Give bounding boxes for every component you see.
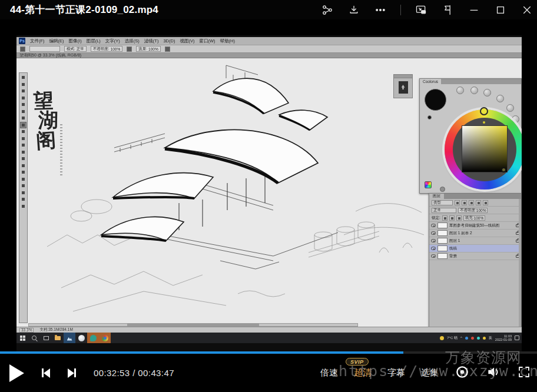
visibility-eye-icon [431,239,436,242]
picture-in-picture-icon[interactable] [415,4,427,16]
foreground-color-dot [427,115,432,119]
coolorus-option-icon [440,187,445,192]
minimize-icon[interactable] [468,4,480,16]
video-display-area[interactable]: Ps 文件(F) 编辑(E) 图像(I) 图层(L) 文字(Y) 选择(S) 滤… [16,35,522,351]
color-knob [470,87,478,94]
menu-edit: 编辑(E) [49,38,64,44]
floating-tool-panel [393,74,413,98]
hue-dot [483,121,485,124]
filter-smart-icon [483,200,488,205]
next-button[interactable] [68,368,76,378]
calligraphy-title: 望 湖 阁 [33,91,55,150]
layer-row: 图层 1 [429,237,521,245]
tray-app-icon [477,337,480,340]
layer-row: 背景 [429,253,521,260]
titlebar-separator [400,5,401,15]
move-tool-icon [21,75,26,80]
previous-button[interactable] [42,368,50,378]
blend-mode-row: 正常 不透明度:100% [429,207,521,214]
share-icon[interactable] [321,4,334,16]
layers-tab: 图层 [429,194,444,199]
coolorus-tab: Coolorus [420,79,441,84]
pressure-opacity-icon [127,46,132,52]
filter-shape-icon [476,200,481,205]
running-app-icon [87,333,99,343]
lasso-tool-icon [21,88,26,94]
sv-marker [501,167,506,172]
tray-app-icon [465,337,468,340]
lock-transparent-icon [442,215,448,221]
task-view-icon [40,333,52,343]
controls-left: 00:32:53 / 00:43:47 [0,354,174,392]
tray-app-icon [483,337,486,340]
filter-type-icon [469,200,474,205]
menu-image: 图像(I) [69,38,82,44]
watermark-url: https://www.wxzyw.cn [339,363,537,380]
text-tool-icon [21,177,26,182]
pen-tool-icon [21,170,26,175]
clock: 11:03 2022-01-09 [495,334,512,342]
clone-tool-icon [21,129,26,134]
opacity-option: 不透明度:100% [91,46,122,52]
layer-row-selected: 线稿 [429,245,521,253]
marquee-tool-icon [21,82,26,87]
titlebar-icons [321,0,533,19]
calligraphy-annotation [60,124,62,176]
maximize-icon[interactable] [494,4,507,16]
file-explorer-icon [52,333,64,343]
tray-app-icon [471,337,474,340]
photoshop-toolbar [19,72,28,323]
tray-chevron: ^ [460,336,462,340]
menu-select: 选择(S) [125,38,140,44]
crop-tool-icon [21,102,26,107]
brush-tool-icon-active [21,122,26,128]
filter-pixel-icon [455,200,460,205]
titlebar: 44-第十一节正课2-0109_02.mp4 [0,0,537,19]
layers-filter-row: 类型 [429,199,521,207]
layers-panel: 图层 类型 正常 不透明度:100% 锁定: [429,193,522,327]
document-tab: 望湖阁50 @ 33.3% (线稿, RGB/8) [16,53,522,58]
photoshop-logo: Ps [19,38,25,44]
taskbar-search-icon [28,333,40,343]
path-select-tool-icon [21,183,26,188]
menu-window: 窗口(W) [199,38,215,44]
menu-file: 文件(F) [30,38,45,44]
input-language: 英 [489,335,492,341]
active-apps-group [87,333,111,343]
video-title: 44-第十一节正课2-0109_02.mp4 [0,3,158,16]
more-options-icon[interactable] [374,4,387,16]
time-display: 00:32:53 / 00:43:47 [94,368,174,378]
dodge-tool-icon [21,163,26,168]
canvas-scrollbar [28,323,358,327]
photoshop-menubar: Ps 文件(F) 编辑(E) 图像(I) 图层(L) 文字(Y) 选择(S) 滤… [16,37,522,45]
visibility-eye-icon [431,247,436,250]
airbrush-icon [165,46,170,52]
brush-preset-picker [29,46,60,52]
system-tray: 7°C 晴 ^ 英 11:03 2022-01-09 [440,334,522,342]
canvas-drawing [26,58,429,327]
menu-filter: 滤镜(T) [144,38,159,44]
start-button-icon [16,333,28,343]
color-knob [506,104,514,112]
gradient-tool-icon [21,150,26,155]
color-knob [496,95,504,102]
color-knob [456,87,464,94]
pin-flag-icon[interactable] [441,4,454,16]
playback-speed-button[interactable]: 倍速 [320,367,338,378]
hand-brush-icon [399,81,408,94]
blur-tool-icon [21,156,26,161]
history-brush-tool-icon [21,136,26,141]
menu-3d: 3D(D) [163,38,175,44]
shape-tool-icon [21,190,26,195]
eraser-tool-icon [21,142,26,148]
close-icon[interactable] [521,4,533,16]
color-knob [483,89,491,97]
hue-wheel [445,109,522,190]
photoshop-window: Ps 文件(F) 编辑(E) 图像(I) 图层(L) 文字(Y) 选择(S) 滤… [16,37,522,343]
filter-adjustment-icon [462,200,467,205]
download-icon[interactable] [347,4,360,16]
menu-type: 文字(Y) [105,38,120,44]
menu-help: 帮助(H) [220,38,235,44]
photoshop-workspace: 望 湖 阁 Coolorus [16,58,522,327]
play-button[interactable] [9,364,24,382]
